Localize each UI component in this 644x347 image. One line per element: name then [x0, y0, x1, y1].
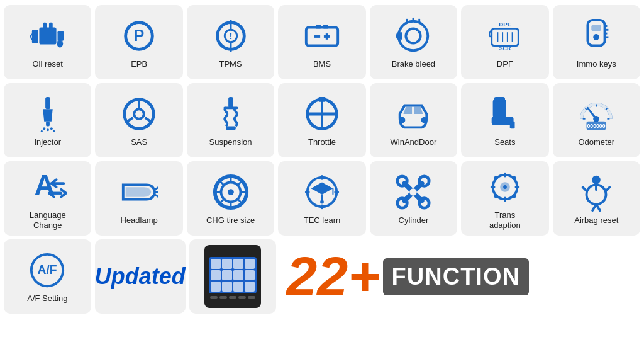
dpf-label: DPF: [497, 59, 513, 69]
svg-point-43: [50, 128, 53, 130]
headlamp-icon: [119, 173, 158, 212]
svg-point-42: [47, 128, 49, 131]
tpms-card[interactable]: ! TPMS: [187, 5, 274, 79]
svg-line-119: [583, 187, 587, 191]
bms-card[interactable]: BMS: [278, 5, 365, 79]
seats-card[interactable]: Seats: [461, 83, 548, 157]
sas-icon: [119, 94, 158, 134]
svg-rect-62: [510, 122, 515, 129]
svg-line-86: [237, 199, 241, 203]
svg-line-87: [237, 182, 241, 186]
svg-text:DPF: DPF: [499, 21, 511, 28]
svg-rect-0: [32, 30, 38, 43]
main-container: Oil reset P EPB: [0, 0, 644, 319]
trans-adaption-card[interactable]: Trans adaption: [461, 161, 548, 236]
win-and-door-card[interactable]: WinAndDoor: [370, 83, 457, 157]
svg-rect-14: [316, 25, 321, 29]
svg-point-47: [134, 109, 144, 119]
svg-rect-94: [334, 191, 339, 193]
immo-keys-card[interactable]: Immo keys: [553, 5, 640, 79]
epb-card[interactable]: P EPB: [95, 5, 182, 79]
svg-rect-109: [491, 186, 496, 188]
bms-icon: [303, 16, 341, 55]
throttle-card[interactable]: Throttle: [278, 83, 365, 157]
svg-rect-91: [321, 175, 323, 180]
tec-icon: [303, 173, 341, 212]
throttle-label: Throttle: [308, 137, 336, 147]
epb-label: EPB: [131, 59, 147, 69]
updated-label: Updated: [95, 263, 186, 290]
immo-icon: [577, 16, 616, 55]
svg-point-100: [397, 176, 408, 186]
injector-icon: [28, 94, 67, 134]
svg-point-59: [421, 117, 428, 123]
svg-point-104: [397, 198, 408, 208]
svg-text:A/F: A/F: [38, 263, 57, 276]
device-image: [204, 245, 261, 308]
svg-point-45: [53, 130, 55, 132]
language-change-label: Language Change: [30, 210, 66, 230]
sas-card[interactable]: SAS: [95, 83, 182, 157]
tpms-icon: !: [211, 16, 250, 55]
af-setting-card[interactable]: A/F A/F Setting: [4, 239, 91, 314]
svg-rect-32: [592, 25, 602, 31]
tec-learn-card[interactable]: TEC learn: [278, 161, 365, 236]
svg-rect-3: [43, 23, 47, 29]
svg-point-89: [228, 189, 234, 195]
tire-icon: [211, 173, 250, 212]
suspension-card[interactable]: Suspension: [187, 83, 274, 157]
svg-text:000000: 000000: [587, 123, 606, 129]
svg-point-58: [399, 117, 406, 123]
tpms-label: TPMS: [219, 59, 242, 69]
odometer-card[interactable]: 000000 Odometer: [553, 83, 640, 157]
svg-rect-13: [306, 28, 338, 46]
svg-rect-24: [492, 29, 519, 46]
odometer-icon: 000000: [577, 94, 616, 134]
airbag-reset-card[interactable]: Airbag reset: [553, 161, 640, 236]
oil-reset-card[interactable]: Oil reset: [4, 5, 91, 79]
injector-card[interactable]: Injector: [4, 83, 91, 157]
svg-rect-108: [504, 197, 506, 202]
bms-label: BMS: [313, 59, 331, 69]
af-icon: A/F: [28, 251, 67, 290]
trans-icon: [486, 168, 525, 207]
chg-tire-size-card[interactable]: CHG tire size: [187, 161, 274, 236]
row-3: A Language Change: [4, 161, 640, 236]
cylinder-card[interactable]: Cylinder: [370, 161, 457, 236]
svg-point-33: [593, 34, 599, 40]
svg-line-85: [220, 182, 224, 186]
throttle-icon: [303, 94, 341, 134]
svg-point-103: [419, 176, 430, 186]
svg-point-97: [320, 200, 324, 204]
seats-label: Seats: [494, 137, 515, 147]
dpf-card[interactable]: DPF SCR DPF: [461, 5, 548, 79]
cylinder-icon: [394, 173, 433, 212]
svg-rect-110: [514, 186, 519, 188]
svg-rect-57: [318, 97, 326, 102]
updated-cell: Updated: [95, 239, 186, 314]
chg-tire-size-label: CHG tire size: [206, 215, 255, 225]
airbag-reset-label: Airbag reset: [574, 215, 618, 225]
svg-line-76: [155, 187, 158, 190]
win-and-door-label: WinAndDoor: [391, 137, 437, 147]
oil-reset-label: Oil reset: [33, 59, 63, 69]
svg-point-41: [43, 128, 45, 130]
svg-rect-60: [492, 100, 506, 118]
windoor-icon: [394, 94, 433, 134]
device-cell: [189, 239, 277, 314]
headlamp-card[interactable]: Headlamp: [95, 161, 182, 236]
svg-text:P: P: [134, 26, 145, 44]
tec-learn-label: TEC learn: [304, 215, 341, 225]
svg-rect-92: [321, 205, 323, 210]
bottom-row: A/F A/F Setting Updated: [4, 239, 640, 314]
svg-rect-51: [228, 97, 233, 108]
svg-point-19: [399, 21, 428, 51]
language-change-card[interactable]: A Language Change: [4, 161, 91, 236]
svg-marker-95: [311, 183, 333, 195]
brake-bleed-card[interactable]: Brake bleed: [370, 5, 457, 79]
svg-rect-31: [588, 20, 605, 46]
brake-icon: [394, 16, 433, 55]
svg-text:!: !: [229, 30, 232, 41]
function-cell: 22+ FUNCTION: [280, 239, 640, 314]
svg-point-70: [593, 116, 599, 122]
